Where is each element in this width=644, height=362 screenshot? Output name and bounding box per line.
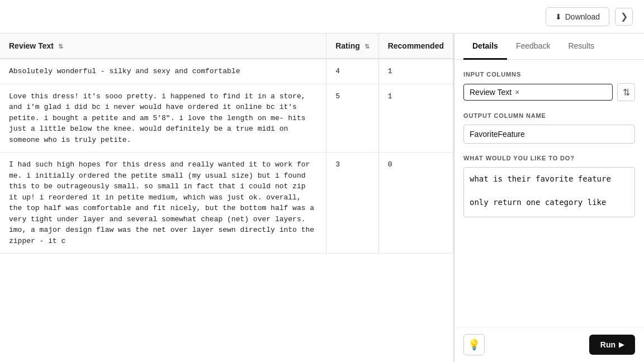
download-button[interactable]: ⬇ Download bbox=[546, 7, 609, 26]
review-text-cell-1: Love this dress! it's sooo pretty. i hap… bbox=[0, 84, 326, 153]
table-row: Love this dress! it's sooo pretty. i hap… bbox=[0, 84, 453, 153]
table-header-row: Review Text ⇅ Rating ⇅ Recommended bbox=[0, 34, 453, 59]
col-header-review-text[interactable]: Review Text ⇅ bbox=[0, 34, 326, 59]
what-label: WHAT WOULD YOU LIKE TO DO? bbox=[463, 155, 635, 161]
expand-button[interactable]: ❯ bbox=[615, 8, 633, 26]
bottom-actions: 💡 Run ▶ bbox=[454, 327, 644, 362]
panel-body: INPUT COLUMNS Review Text × ⇅ OUTPUT COL… bbox=[454, 60, 644, 327]
what-textarea[interactable] bbox=[463, 167, 635, 217]
output-column-input[interactable] bbox=[463, 125, 635, 144]
tab-results[interactable]: Results bbox=[559, 34, 603, 60]
recommended-cell-2: 0 bbox=[378, 153, 453, 254]
run-button[interactable]: Run ▶ bbox=[589, 335, 635, 355]
download-label: Download bbox=[565, 12, 600, 21]
sort-icon-rating: ⇅ bbox=[364, 43, 370, 50]
table-row: I had such high hopes for this dress and… bbox=[0, 153, 453, 254]
download-icon: ⬇ bbox=[555, 12, 562, 21]
lightbulb-button[interactable]: 💡 bbox=[463, 334, 485, 355]
run-label: Run bbox=[600, 340, 615, 349]
input-columns-label: INPUT COLUMNS bbox=[463, 71, 635, 78]
col-header-recommended[interactable]: Recommended bbox=[378, 34, 453, 59]
main-content: Review Text ⇅ Rating ⇅ Recommended Absol… bbox=[0, 34, 644, 362]
input-column-tag: Review Text bbox=[470, 88, 512, 97]
lightbulb-icon: 💡 bbox=[468, 339, 480, 351]
output-column-label: OUTPUT COLUMN NAME bbox=[463, 112, 635, 119]
sort-columns-button[interactable]: ⇅ bbox=[617, 83, 635, 101]
rating-cell-2: 3 bbox=[326, 153, 378, 254]
review-text-cell-2: I had such high hopes for this dress and… bbox=[0, 153, 326, 254]
right-panel: Details Feedback Results INPUT COLUMNS R… bbox=[454, 34, 644, 362]
input-columns-row: Review Text × ⇅ bbox=[463, 83, 635, 101]
what-section: WHAT WOULD YOU LIKE TO DO? bbox=[463, 155, 635, 220]
recommended-cell-1: 1 bbox=[378, 84, 453, 153]
table-section: Review Text ⇅ Rating ⇅ Recommended Absol… bbox=[0, 34, 454, 362]
panel-tabs: Details Feedback Results bbox=[454, 34, 644, 60]
sort-icon-review-text: ⇅ bbox=[58, 43, 63, 50]
rating-cell-0: 4 bbox=[326, 59, 378, 84]
review-text-cell-0: Absolutely wonderful - silky and sexy an… bbox=[0, 59, 326, 84]
input-columns-tag-box: Review Text × bbox=[463, 84, 613, 101]
sort-arrows-icon: ⇅ bbox=[623, 87, 630, 98]
recommended-cell-0: 1 bbox=[378, 59, 453, 84]
tab-feedback[interactable]: Feedback bbox=[507, 34, 559, 60]
table-row: Absolutely wonderful - silky and sexy an… bbox=[0, 59, 453, 84]
play-icon: ▶ bbox=[619, 341, 624, 349]
output-column-section: OUTPUT COLUMN NAME bbox=[463, 112, 635, 144]
top-bar: ⬇ Download ❯ bbox=[0, 0, 644, 34]
remove-tag-button[interactable]: × bbox=[515, 88, 519, 97]
chevron-right-icon: ❯ bbox=[621, 11, 628, 22]
tab-details[interactable]: Details bbox=[463, 34, 507, 60]
col-header-rating[interactable]: Rating ⇅ bbox=[326, 34, 378, 59]
rating-cell-1: 5 bbox=[326, 84, 378, 153]
reviews-table: Review Text ⇅ Rating ⇅ Recommended Absol… bbox=[0, 34, 453, 254]
